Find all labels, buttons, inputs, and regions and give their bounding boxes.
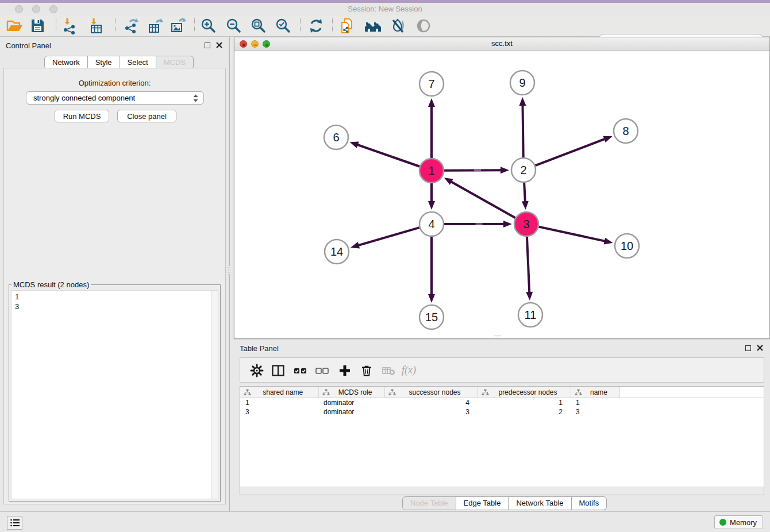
tab-network-table[interactable]: Network Table	[509, 496, 571, 510]
function-builder-icon[interactable]: f(x)	[402, 363, 425, 378]
deselect-all-icon[interactable]	[315, 363, 331, 378]
column-header-name[interactable]: name	[571, 387, 619, 398]
svg-text:2: 2	[520, 164, 526, 176]
edge-arrowhead	[503, 221, 512, 228]
hierarchy-icon	[575, 389, 582, 396]
node-10[interactable]: 10	[615, 234, 639, 258]
edge-2-9[interactable]	[522, 104, 523, 157]
memory-label: Memory	[730, 518, 757, 527]
result-scrollbar[interactable]	[211, 291, 218, 499]
cell-predecessor-nodes[interactable]: 2	[478, 407, 571, 417]
cell-MCDS-role[interactable]: dominator	[318, 398, 384, 408]
control-panel-close-icon[interactable]	[216, 42, 222, 48]
table-row[interactable]: 1dominator411	[240, 398, 764, 408]
zoom-selected-icon[interactable]	[274, 17, 293, 35]
node-table: shared nameMCDS rolesuccessor nodesprede…	[240, 386, 764, 495]
cell-name[interactable]: 3	[571, 407, 619, 417]
svg-text:9: 9	[519, 76, 525, 89]
node-14[interactable]: 14	[325, 240, 349, 264]
edge-3-10[interactable]	[538, 227, 606, 241]
task-history-button[interactable]	[7, 516, 22, 530]
duplicate-network-icon[interactable]	[338, 17, 357, 35]
node-8[interactable]: 8	[614, 119, 638, 143]
column-header-successor-nodes[interactable]: successor nodes	[384, 387, 478, 398]
close-panel-button[interactable]: Close panel	[117, 110, 176, 122]
memory-button[interactable]: Memory	[714, 515, 763, 529]
birds-eye-view-icon[interactable]	[414, 17, 433, 35]
node-11[interactable]: 11	[518, 303, 542, 327]
table-row[interactable]: 3dominator323	[240, 407, 764, 417]
table-hscrollbar[interactable]	[240, 487, 764, 495]
open-icon[interactable]	[5, 17, 24, 35]
node-9[interactable]: 9	[510, 71, 534, 95]
select-all-icon[interactable]	[293, 363, 309, 378]
save-icon[interactable]	[28, 17, 47, 35]
mcds-result-text-area[interactable]: 1 3	[11, 290, 218, 499]
cell-successor-nodes[interactable]: 3	[384, 407, 478, 417]
table-panel-close-icon[interactable]	[757, 345, 763, 351]
toggle-graphics-details-icon[interactable]	[388, 17, 408, 35]
zoom-in-icon[interactable]	[199, 17, 218, 35]
optimization-criterion-label: Optimization criterion:	[4, 79, 225, 87]
control-panel-float-icon[interactable]	[205, 43, 210, 48]
tab-motifs[interactable]: Motifs	[572, 496, 607, 510]
cell-MCDS-role[interactable]: dominator	[318, 407, 384, 417]
node-4[interactable]: 4	[419, 212, 444, 236]
zoom-out-icon[interactable]	[224, 17, 244, 35]
node-2[interactable]: 2	[511, 158, 536, 182]
edge-2-3[interactable]	[524, 183, 525, 203]
control-panel-title: Control Panel	[6, 41, 51, 50]
add-column-icon[interactable]	[337, 363, 353, 378]
cell-name[interactable]: 1	[571, 398, 619, 408]
zoom-fit-icon[interactable]	[249, 17, 268, 35]
settings-gear-icon[interactable]	[249, 363, 265, 378]
column-header-MCDS-role[interactable]: MCDS role	[318, 387, 384, 398]
panel-splitter-grip[interactable]	[228, 265, 230, 275]
optimization-criterion-select[interactable]: strongly connected component	[26, 91, 204, 105]
edge-arrowhead	[444, 178, 453, 185]
table-panel-title: Table Panel	[240, 344, 279, 353]
edge-1-2[interactable]	[444, 170, 502, 171]
edge-3-1[interactable]	[450, 181, 515, 218]
cell-predecessor-nodes[interactable]: 1	[478, 398, 571, 408]
cell-shared-name[interactable]: 3	[240, 407, 318, 417]
export-network-icon[interactable]	[122, 17, 141, 35]
memory-status-dot	[719, 519, 726, 526]
tab-node-table[interactable]: Node Table	[402, 496, 456, 510]
tab-edge-table[interactable]: Edge Table	[456, 496, 509, 510]
import-network-icon[interactable]	[60, 17, 79, 35]
export-image-icon[interactable]	[169, 17, 188, 35]
delete-table-icon[interactable]	[381, 363, 397, 378]
table-panel-tabs: Node TableEdge TableNetwork TableMotifs	[402, 496, 607, 510]
network-canvas[interactable]: 7968124314101511	[234, 51, 769, 338]
first-neighbors-icon[interactable]	[363, 17, 383, 35]
table-panel-float-icon[interactable]	[745, 345, 751, 351]
mcds-result-label: MCDS result (2 nodes)	[11, 280, 91, 289]
cell-successor-nodes[interactable]: 4	[384, 398, 478, 408]
edge-arrowhead	[428, 294, 435, 303]
edge-2-8[interactable]	[536, 138, 606, 165]
run-mcds-button[interactable]: Run MCDS	[55, 110, 109, 122]
edge-4-14[interactable]	[357, 228, 419, 246]
edge-arrowhead	[604, 238, 613, 245]
network-view-titlebar: scc.txt	[234, 37, 769, 51]
node-7[interactable]: 7	[419, 72, 444, 96]
edge-arrowhead	[526, 292, 533, 300]
split-panel-icon[interactable]	[271, 363, 287, 378]
node-1[interactable]: 1	[419, 159, 444, 183]
svg-text:8: 8	[622, 125, 629, 137]
refresh-icon[interactable]	[306, 17, 326, 35]
edge-3-11[interactable]	[527, 237, 529, 294]
import-table-icon[interactable]	[86, 17, 106, 35]
node-6[interactable]: 6	[324, 125, 348, 149]
node-15[interactable]: 15	[419, 305, 444, 329]
canvas-resize-grip[interactable]	[494, 336, 501, 338]
column-header-predecessor-nodes[interactable]: predecessor nodes	[478, 387, 571, 398]
cell-shared-name[interactable]: 1	[240, 398, 318, 408]
node-3[interactable]: 3	[514, 212, 538, 236]
edge-1-6[interactable]	[356, 144, 419, 167]
delete-trash-icon[interactable]	[359, 363, 375, 378]
export-table-icon[interactable]	[146, 17, 165, 35]
hierarchy-icon	[244, 389, 251, 396]
column-header-shared-name[interactable]: shared name	[240, 387, 318, 398]
